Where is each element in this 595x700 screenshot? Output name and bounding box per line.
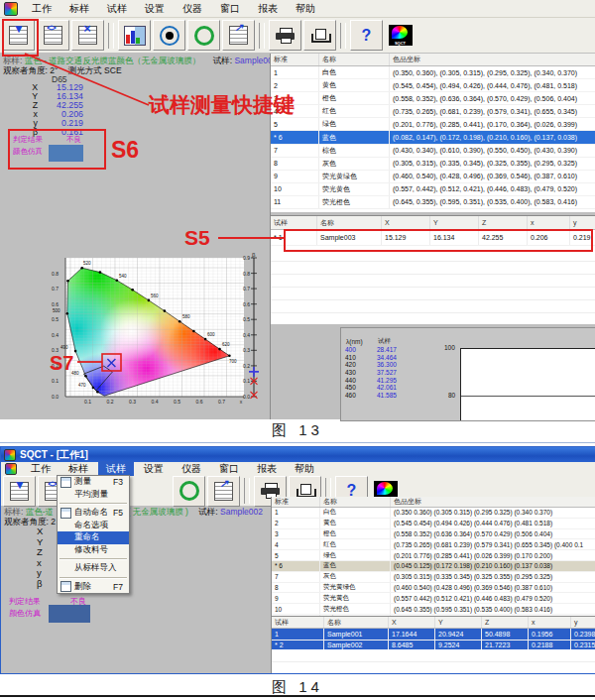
table-row[interactable]: * 1Sample00315.12916.13442.2550.2060.219…: [271, 230, 595, 246]
menu-item-auto-name[interactable]: 自动命名F5: [58, 507, 129, 520]
calibrate-button[interactable]: [187, 20, 220, 51]
menu-item-standard[interactable]: 标样: [61, 1, 97, 17]
column-header[interactable]: λ(nm): [343, 336, 375, 346]
table-row[interactable]: * 6蓝色(0.045 0.125) (0.172 0.198) (0.210 …: [272, 560, 595, 571]
table-row[interactable]: 41034.464: [343, 354, 413, 362]
column-header[interactable]: X: [382, 216, 430, 230]
help-button[interactable]: ?: [350, 20, 383, 51]
spectral-table[interactable]: λ(nm)试样40028.41741034.46442036.30043037.…: [343, 336, 413, 399]
column-header[interactable]: x: [529, 617, 571, 629]
column-header[interactable]: 标准: [271, 54, 319, 66]
table-row[interactable]: 1Sample00117.164420.942450.48980.19560.2…: [272, 629, 595, 641]
export-button[interactable]: ↗: [222, 20, 255, 51]
table-row[interactable]: 45042.061: [343, 384, 413, 392]
auto-name-icon: [60, 508, 71, 519]
table-row[interactable]: 46041.585: [343, 392, 413, 400]
menu-item-help[interactable]: 帮助: [288, 1, 323, 17]
column-header[interactable]: x: [528, 216, 570, 230]
menu-item-instrument[interactable]: 仪器: [175, 1, 210, 17]
column-header[interactable]: Y: [430, 216, 479, 230]
table-row[interactable]: 4红色(0.735, 0.265), (0.681, 0.239), (0.57…: [271, 105, 595, 118]
print-preview-button[interactable]: [303, 20, 336, 51]
menu-item-delete[interactable]: 删除F7: [58, 581, 129, 594]
table-row[interactable]: * 6蓝色(0.082, 0.147), (0.172, 0.198), (0.…: [271, 131, 595, 144]
column-header[interactable]: 名称: [324, 617, 389, 629]
column-header[interactable]: 试样: [375, 336, 413, 346]
menu-item-import-from-standard[interactable]: 从标样导入: [58, 562, 129, 575]
table-row[interactable]: 42036.300: [343, 361, 413, 369]
column-header[interactable]: 色品坐标: [390, 54, 595, 66]
column-header[interactable]: 标准: [272, 497, 320, 508]
menu-item-measure[interactable]: 测量F3: [58, 476, 129, 489]
table-row[interactable]: 3橙色(0.558, 0.352), (0.636, 0.364), (0.57…: [271, 92, 595, 105]
figure-13-caption: 图 13: [0, 421, 595, 440]
table-row[interactable]: 11荧光橙色(0.645, 0.355), (0.595, 0.351), (0…: [271, 195, 595, 208]
measure-sample-button[interactable]: ▼: [2, 20, 35, 51]
target-button[interactable]: [153, 20, 185, 51]
menu-item-window[interactable]: 窗口: [212, 1, 248, 17]
menu-item-name-options[interactable]: 命名选项: [58, 520, 129, 532]
table-row[interactable]: 40028.417: [343, 346, 413, 354]
menu-item-average-measure[interactable]: 平均测量: [58, 489, 129, 502]
callout-s6: S6: [111, 137, 139, 164]
table-row[interactable]: 8灰色(0.305, 0.315), (0.335, 0.345), (0.32…: [271, 157, 595, 170]
table-row[interactable]: 44041.295: [343, 376, 413, 384]
svg-text:0.6: 0.6: [196, 399, 203, 405]
table-row[interactable]: 4红色(0.735 0.265) (0.681 0.239) (0.579 0.…: [272, 539, 595, 550]
column-header[interactable]: 名称: [317, 216, 382, 230]
menu-item-edit-part-number[interactable]: 修改料号: [58, 544, 129, 557]
export-button[interactable]: ↗: [207, 476, 240, 507]
table-row[interactable]: 10荧光黄色(0.557, 0.442), (0.512, 0.421), (0…: [271, 182, 595, 195]
column-header[interactable]: y: [570, 216, 595, 230]
chart-button[interactable]: [118, 20, 151, 51]
menu-item-rename[interactable]: 重命名: [58, 531, 129, 544]
menu-item-report[interactable]: 报表: [250, 1, 286, 17]
column-header[interactable]: 名称: [320, 497, 391, 508]
column-header[interactable]: 名称: [319, 54, 390, 66]
compare-button[interactable]: <>: [37, 20, 69, 51]
sample-results-table[interactable]: 试样名称XYZxyβ判定1Sample00117.164420.942450.4…: [272, 617, 595, 651]
sqct-logo-button[interactable]: SQCT: [385, 21, 416, 50]
column-header[interactable]: Z: [479, 216, 528, 230]
standards-table[interactable]: 标准名称色品坐标1白色(0.350 0.360) (0.305 0.315) (…: [272, 497, 595, 616]
table-row[interactable]: 10荧光橙色(0.645 0.355) (0.595 0.351) (0.535…: [272, 604, 595, 615]
status-line-2: 观察者角度: 2: [4, 517, 56, 528]
table-row[interactable]: 5绿色(0.201 0.776) (0.285 0.441) (0.026 0.…: [272, 550, 595, 561]
toolbar-separator: [259, 23, 265, 49]
column-header[interactable]: 试样: [271, 216, 317, 230]
menu-item-settings[interactable]: 设置: [136, 461, 172, 477]
svg-text:0.7: 0.7: [243, 286, 250, 292]
cie-chromaticity-diagram[interactable]: 520 540 560 580 600 620 700 500 490 480 …: [48, 252, 258, 416]
print-button[interactable]: [269, 20, 301, 51]
menu-item-sample[interactable]: 试样: [99, 1, 135, 17]
menu-item-work[interactable]: 工作: [24, 1, 60, 17]
table-row[interactable]: 1白色(0.350 0.360) (0.305 0.315) (0.295 0.…: [272, 508, 595, 519]
column-header[interactable]: 试样: [272, 617, 324, 629]
measure-sample-button[interactable]: ▼: [3, 476, 36, 507]
column-header[interactable]: y: [571, 617, 595, 629]
table-row[interactable]: 9荧光黄色(0.557 0.442) (0.512 0.421) (0.446 …: [272, 593, 595, 604]
table-row[interactable]: 2黄色(0.545 0.454) (0.494 0.426) (0.444 0.…: [272, 518, 595, 528]
table-row[interactable]: 8荧光黄绿色(0.460 0.540) (0.428 0.496) (0.369…: [272, 582, 595, 593]
table-row[interactable]: 7棕色(0.430, 0.340), (0.610, 0.390), (0.55…: [271, 144, 595, 157]
column-header[interactable]: Y: [435, 617, 482, 629]
measure-sample-icon: ▼: [10, 482, 29, 501]
table-row[interactable]: 5绿色(0.201, 0.776), (0.285, 0.441), (0.17…: [271, 118, 595, 131]
column-header[interactable]: Z: [482, 617, 529, 629]
calibrate-button[interactable]: [173, 476, 205, 507]
spectral-chart[interactable]: [460, 348, 595, 421]
sample-results-table[interactable]: 试样名称XYZxyβ* 1Sample00315.12916.13442.255…: [271, 216, 595, 246]
standards-table[interactable]: 标准名称色品坐标1白色(0.350, 0.360), (0.305, 0.315…: [271, 54, 595, 209]
table-row[interactable]: 3橙色(0.558 0.352) (0.636 0.364) (0.570 0.…: [272, 528, 595, 539]
svg-text:0.1: 0.1: [84, 399, 91, 405]
table-row[interactable]: 1白色(0.350, 0.360), (0.305, 0.315), (0.29…: [271, 66, 595, 79]
table-row[interactable]: 2黄色(0.545, 0.454), (0.494, 0.426), (0.44…: [271, 79, 595, 92]
table-row[interactable]: 7灰色(0.305 0.315) (0.335 0.345) (0.325 0.…: [272, 571, 595, 582]
delete-button[interactable]: ×: [71, 20, 104, 51]
title-bar[interactable]: SQCT - [工作1]: [1, 447, 595, 462]
column-header[interactable]: X: [389, 617, 435, 629]
column-header[interactable]: 色品坐标: [391, 497, 595, 508]
table-row[interactable]: 9荧光黄绿色(0.460, 0.540), (0.428, 0.496), (0…: [271, 170, 595, 182]
menu-item-settings[interactable]: 设置: [137, 1, 173, 17]
table-row[interactable]: 43037.527: [343, 369, 413, 377]
